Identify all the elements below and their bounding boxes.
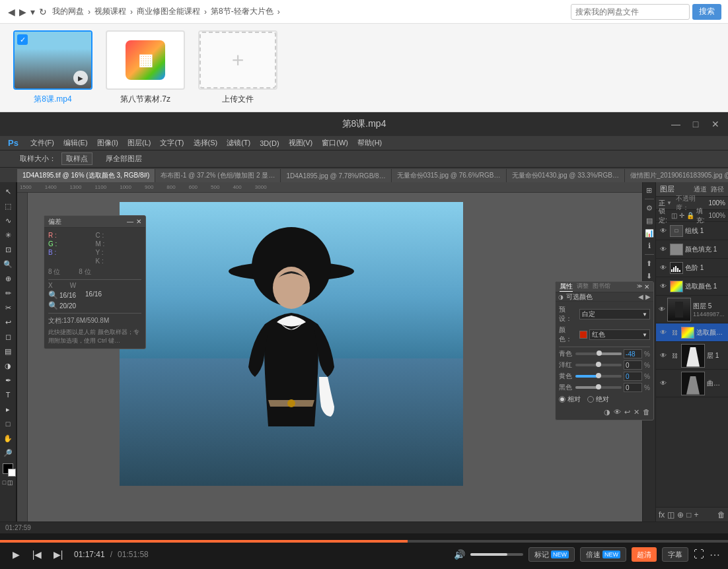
close-button[interactable]: ✕: [710, 118, 721, 130]
layer-visibility-levels1[interactable]: 👁: [659, 263, 668, 273]
layer-visibility-selective1[interactable]: 👁: [659, 282, 668, 291]
file-item-video[interactable]: ✓ ▶ 第8课.mp4: [13, 30, 92, 105]
quick-mask[interactable]: ◫: [7, 479, 13, 486]
paths-tab[interactable]: 路径: [711, 185, 724, 194]
expand-icon[interactable]: ≫: [637, 283, 642, 290]
layer-visibility-selective3[interactable]: 👁: [659, 328, 668, 337]
marquee-tool[interactable]: ⬚: [1, 199, 15, 213]
menu-filter[interactable]: 滤镜(T): [223, 138, 254, 148]
magenta-handle[interactable]: [596, 362, 601, 367]
histogram-icon[interactable]: 📊: [644, 228, 655, 238]
prev-button[interactable]: |◀: [29, 547, 45, 562]
layer-item-layer1[interactable]: 👁 ⛓ 层 1: [656, 342, 728, 370]
standard-mode[interactable]: □: [3, 479, 6, 486]
add-adjustment-icon[interactable]: ⊞: [644, 185, 655, 195]
layer-item-photo5[interactable]: 👁 图层 5 11448987... NEW: [656, 296, 728, 323]
properties-tab[interactable]: 属性: [560, 282, 573, 292]
play-button[interactable]: ▶: [8, 547, 24, 562]
tab-1d4a-main[interactable]: 1D4A1895.tif @ 16% (选取颜色 3, RGB/8#): [17, 169, 155, 182]
zoom-tool[interactable]: 🔎: [1, 446, 15, 459]
tab-wuliang1[interactable]: 无量命份0315.jpg @ 76.6%/RGB…: [392, 169, 507, 182]
clone-tool[interactable]: ✂: [1, 301, 15, 314]
yellow-slider[interactable]: [575, 375, 622, 378]
color-dropdown[interactable]: 红色 ▼: [589, 329, 650, 340]
crop-tool[interactable]: ⊡: [1, 243, 15, 256]
magenta-value[interactable]: 0: [624, 360, 642, 370]
file-item-archive[interactable]: ▦ 第八节素材.7z: [106, 30, 185, 105]
cyan-value[interactable]: -48: [624, 349, 642, 358]
info-close[interactable]: ✕: [136, 218, 141, 225]
lock-pixel-icon[interactable]: ◫: [671, 212, 677, 219]
type-tool[interactable]: T: [1, 388, 15, 401]
black-handle[interactable]: [596, 384, 601, 389]
blending-dropdown-icon[interactable]: ▼: [667, 200, 672, 206]
minimize-button[interactable]: —: [670, 118, 682, 130]
menu-view[interactable]: 视图(V): [285, 138, 317, 148]
hand-tool[interactable]: ✋: [1, 432, 15, 445]
breadcrumb-section[interactable]: 第8节-轻奢大片色: [211, 6, 273, 17]
selective-icon2[interactable]: 👁: [614, 408, 621, 417]
tab-wuliang2[interactable]: 无量命份01430.jpg @ 33.3%/RGB…: [507, 169, 625, 182]
black-slider[interactable]: [575, 386, 622, 389]
radio-relative[interactable]: 相对: [559, 395, 581, 404]
black-value[interactable]: 0: [624, 383, 642, 392]
selective-icon3[interactable]: ↩: [624, 408, 630, 417]
back-button[interactable]: ◀: [7, 7, 17, 17]
tab-zuoqing[interactable]: 做情图片_20190616183905.jpg @ 203…: [625, 169, 728, 182]
layer-visibility-photo5[interactable]: 👁: [659, 305, 665, 314]
menu-3d[interactable]: 3D(D): [256, 139, 283, 147]
add-style-icon[interactable]: fx: [659, 510, 665, 519]
layer-item-group1[interactable]: 👁 □ 组线 1: [656, 222, 728, 240]
breadcrumb-home[interactable]: 我的网盘: [52, 6, 84, 17]
layer-item-selective3[interactable]: 👁 ⛓ 选取颜色 3: [656, 323, 728, 342]
menu-select[interactable]: 选择(S): [190, 138, 222, 148]
pen-tool[interactable]: ✒: [1, 374, 15, 387]
mark-button[interactable]: 标记 NEW: [528, 547, 575, 562]
info-collapse[interactable]: —: [127, 218, 133, 225]
add-mask-icon[interactable]: ◫: [667, 510, 674, 519]
dropdown-button[interactable]: ▾: [29, 7, 36, 17]
fx-icon[interactable]: ⚙: [644, 203, 655, 213]
magenta-slider[interactable]: [575, 364, 622, 366]
forward-button[interactable]: ▶: [18, 7, 28, 17]
search-button[interactable]: 搜索: [692, 4, 721, 20]
subtitle-button[interactable]: 字幕: [662, 547, 688, 562]
cyan-handle[interactable]: [597, 351, 602, 356]
preset-dropdown[interactable]: 白定 ▼: [579, 309, 650, 319]
info-icon[interactable]: ℹ: [644, 240, 655, 251]
lock-all-icon[interactable]: 🔒: [686, 212, 694, 219]
volume-icon[interactable]: 🔊: [454, 549, 465, 560]
refresh-button[interactable]: ↻: [38, 7, 48, 17]
radio-absolute[interactable]: 绝对: [587, 395, 609, 404]
menu-window[interactable]: 窗口(W): [318, 138, 352, 148]
layer-visibility-fill1[interactable]: 👁: [659, 245, 668, 254]
menu-type[interactable]: 文字(T): [156, 138, 188, 148]
adjustments-tab[interactable]: 调整: [577, 282, 589, 292]
selective-close[interactable]: ✕: [644, 283, 649, 290]
menu-help[interactable]: 帮助(H): [353, 138, 386, 148]
tab-bubu[interactable]: 布布图-1 @ 37.2% (色组/撤加图 2 显…: [155, 169, 281, 182]
tab-1d4a-jpg[interactable]: 1D4A1895.jpg @ 7.78%/RGB/8…: [281, 169, 391, 182]
layer-visibility-group1[interactable]: 👁: [659, 226, 668, 236]
channels-tab[interactable]: 通道: [694, 185, 707, 194]
layer-item-fill1[interactable]: 👁 颜色填充 1: [656, 240, 728, 259]
menu-file[interactable]: 文件(F): [26, 138, 58, 148]
next-button[interactable]: ▶|: [50, 547, 66, 562]
add-adjustment-layer-icon[interactable]: ⊕: [677, 510, 684, 519]
selective-icon4[interactable]: ✕: [634, 408, 639, 417]
fullscreen-button[interactable]: ⛶: [694, 549, 704, 560]
menu-edit[interactable]: 编辑(E): [59, 138, 92, 148]
menu-image[interactable]: 图像(I): [93, 138, 122, 148]
brush-tool[interactable]: ✏: [1, 286, 15, 300]
progress-bar[interactable]: [0, 540, 728, 543]
new-layer-icon[interactable]: +: [694, 510, 699, 519]
share-icon[interactable]: ⬆: [644, 258, 655, 269]
lock-position-icon[interactable]: ✛: [679, 212, 684, 219]
new-group-icon[interactable]: □: [686, 510, 691, 519]
dodge-tool[interactable]: ◑: [1, 359, 15, 372]
cyan-slider[interactable]: [575, 352, 622, 355]
lasso-tool[interactable]: ∿: [1, 214, 15, 227]
path-select-tool[interactable]: ▸: [1, 403, 15, 416]
selective-icon5[interactable]: 🗑: [643, 408, 650, 417]
yellow-value[interactable]: 0: [624, 372, 642, 381]
